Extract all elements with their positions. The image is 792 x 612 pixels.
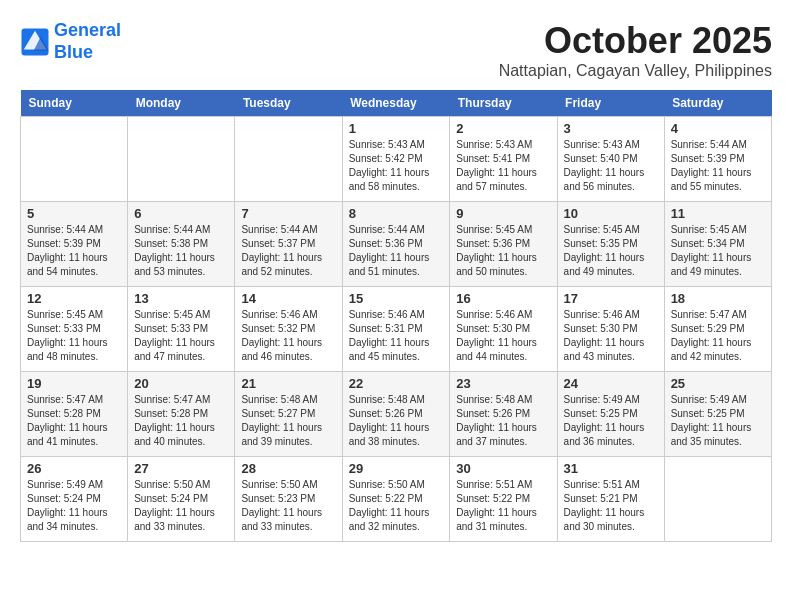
calendar-cell: 27 Sunrise: 5:50 AMSunset: 5:24 PMDaylig… <box>128 457 235 542</box>
calendar-cell: 25 Sunrise: 5:49 AMSunset: 5:25 PMDaylig… <box>664 372 771 457</box>
day-detail: Sunrise: 5:44 AMSunset: 5:36 PMDaylight:… <box>349 223 444 279</box>
calendar-cell: 7 Sunrise: 5:44 AMSunset: 5:37 PMDayligh… <box>235 202 342 287</box>
day-detail: Sunrise: 5:50 AMSunset: 5:22 PMDaylight:… <box>349 478 444 534</box>
day-number: 12 <box>27 291 121 306</box>
weekday-header-row: SundayMondayTuesdayWednesdayThursdayFrid… <box>21 90 772 117</box>
title-section: October 2025 Nattapian, Cagayan Valley, … <box>499 20 772 80</box>
weekday-header-saturday: Saturday <box>664 90 771 117</box>
calendar-cell: 17 Sunrise: 5:46 AMSunset: 5:30 PMDaylig… <box>557 287 664 372</box>
day-number: 23 <box>456 376 550 391</box>
day-detail: Sunrise: 5:45 AMSunset: 5:34 PMDaylight:… <box>671 223 765 279</box>
day-number: 1 <box>349 121 444 136</box>
calendar-cell <box>128 117 235 202</box>
page-header: General Blue October 2025 Nattapian, Cag… <box>20 20 772 80</box>
day-detail: Sunrise: 5:43 AMSunset: 5:42 PMDaylight:… <box>349 138 444 194</box>
day-detail: Sunrise: 5:44 AMSunset: 5:39 PMDaylight:… <box>671 138 765 194</box>
calendar-cell: 29 Sunrise: 5:50 AMSunset: 5:22 PMDaylig… <box>342 457 450 542</box>
calendar-cell: 14 Sunrise: 5:46 AMSunset: 5:32 PMDaylig… <box>235 287 342 372</box>
weekday-header-sunday: Sunday <box>21 90 128 117</box>
calendar-table: SundayMondayTuesdayWednesdayThursdayFrid… <box>20 90 772 542</box>
calendar-cell: 6 Sunrise: 5:44 AMSunset: 5:38 PMDayligh… <box>128 202 235 287</box>
day-detail: Sunrise: 5:43 AMSunset: 5:40 PMDaylight:… <box>564 138 658 194</box>
day-number: 20 <box>134 376 228 391</box>
calendar-cell: 22 Sunrise: 5:48 AMSunset: 5:26 PMDaylig… <box>342 372 450 457</box>
day-number: 31 <box>564 461 658 476</box>
day-detail: Sunrise: 5:51 AMSunset: 5:21 PMDaylight:… <box>564 478 658 534</box>
day-number: 14 <box>241 291 335 306</box>
day-number: 13 <box>134 291 228 306</box>
day-number: 2 <box>456 121 550 136</box>
weekday-header-monday: Monday <box>128 90 235 117</box>
day-detail: Sunrise: 5:46 AMSunset: 5:30 PMDaylight:… <box>564 308 658 364</box>
calendar-cell: 3 Sunrise: 5:43 AMSunset: 5:40 PMDayligh… <box>557 117 664 202</box>
calendar-cell: 26 Sunrise: 5:49 AMSunset: 5:24 PMDaylig… <box>21 457 128 542</box>
day-number: 26 <box>27 461 121 476</box>
calendar-cell: 4 Sunrise: 5:44 AMSunset: 5:39 PMDayligh… <box>664 117 771 202</box>
logo-blue: Blue <box>54 42 93 62</box>
day-detail: Sunrise: 5:47 AMSunset: 5:29 PMDaylight:… <box>671 308 765 364</box>
day-number: 9 <box>456 206 550 221</box>
calendar-cell: 5 Sunrise: 5:44 AMSunset: 5:39 PMDayligh… <box>21 202 128 287</box>
day-detail: Sunrise: 5:48 AMSunset: 5:27 PMDaylight:… <box>241 393 335 449</box>
day-detail: Sunrise: 5:48 AMSunset: 5:26 PMDaylight:… <box>349 393 444 449</box>
day-detail: Sunrise: 5:44 AMSunset: 5:39 PMDaylight:… <box>27 223 121 279</box>
day-detail: Sunrise: 5:46 AMSunset: 5:31 PMDaylight:… <box>349 308 444 364</box>
day-detail: Sunrise: 5:46 AMSunset: 5:30 PMDaylight:… <box>456 308 550 364</box>
day-detail: Sunrise: 5:47 AMSunset: 5:28 PMDaylight:… <box>27 393 121 449</box>
day-number: 30 <box>456 461 550 476</box>
weekday-header-thursday: Thursday <box>450 90 557 117</box>
day-number: 7 <box>241 206 335 221</box>
day-detail: Sunrise: 5:47 AMSunset: 5:28 PMDaylight:… <box>134 393 228 449</box>
calendar-cell: 13 Sunrise: 5:45 AMSunset: 5:33 PMDaylig… <box>128 287 235 372</box>
day-number: 24 <box>564 376 658 391</box>
calendar-cell: 16 Sunrise: 5:46 AMSunset: 5:30 PMDaylig… <box>450 287 557 372</box>
calendar-cell: 2 Sunrise: 5:43 AMSunset: 5:41 PMDayligh… <box>450 117 557 202</box>
weekday-header-friday: Friday <box>557 90 664 117</box>
day-detail: Sunrise: 5:43 AMSunset: 5:41 PMDaylight:… <box>456 138 550 194</box>
calendar-week-3: 12 Sunrise: 5:45 AMSunset: 5:33 PMDaylig… <box>21 287 772 372</box>
day-detail: Sunrise: 5:45 AMSunset: 5:35 PMDaylight:… <box>564 223 658 279</box>
location: Nattapian, Cagayan Valley, Philippines <box>499 62 772 80</box>
weekday-header-tuesday: Tuesday <box>235 90 342 117</box>
day-detail: Sunrise: 5:49 AMSunset: 5:25 PMDaylight:… <box>564 393 658 449</box>
day-number: 18 <box>671 291 765 306</box>
calendar-week-5: 26 Sunrise: 5:49 AMSunset: 5:24 PMDaylig… <box>21 457 772 542</box>
day-detail: Sunrise: 5:50 AMSunset: 5:24 PMDaylight:… <box>134 478 228 534</box>
day-detail: Sunrise: 5:45 AMSunset: 5:33 PMDaylight:… <box>134 308 228 364</box>
day-detail: Sunrise: 5:48 AMSunset: 5:26 PMDaylight:… <box>456 393 550 449</box>
day-detail: Sunrise: 5:46 AMSunset: 5:32 PMDaylight:… <box>241 308 335 364</box>
day-number: 19 <box>27 376 121 391</box>
day-number: 8 <box>349 206 444 221</box>
day-number: 28 <box>241 461 335 476</box>
calendar-week-2: 5 Sunrise: 5:44 AMSunset: 5:39 PMDayligh… <box>21 202 772 287</box>
logo-general: General <box>54 20 121 40</box>
day-detail: Sunrise: 5:50 AMSunset: 5:23 PMDaylight:… <box>241 478 335 534</box>
day-number: 22 <box>349 376 444 391</box>
weekday-header-wednesday: Wednesday <box>342 90 450 117</box>
calendar-cell: 21 Sunrise: 5:48 AMSunset: 5:27 PMDaylig… <box>235 372 342 457</box>
day-detail: Sunrise: 5:51 AMSunset: 5:22 PMDaylight:… <box>456 478 550 534</box>
day-number: 6 <box>134 206 228 221</box>
calendar-cell: 30 Sunrise: 5:51 AMSunset: 5:22 PMDaylig… <box>450 457 557 542</box>
day-detail: Sunrise: 5:49 AMSunset: 5:25 PMDaylight:… <box>671 393 765 449</box>
calendar-cell: 12 Sunrise: 5:45 AMSunset: 5:33 PMDaylig… <box>21 287 128 372</box>
calendar-week-1: 1 Sunrise: 5:43 AMSunset: 5:42 PMDayligh… <box>21 117 772 202</box>
day-number: 5 <box>27 206 121 221</box>
calendar-cell: 1 Sunrise: 5:43 AMSunset: 5:42 PMDayligh… <box>342 117 450 202</box>
day-detail: Sunrise: 5:45 AMSunset: 5:33 PMDaylight:… <box>27 308 121 364</box>
day-number: 21 <box>241 376 335 391</box>
day-number: 16 <box>456 291 550 306</box>
calendar-cell <box>664 457 771 542</box>
month-title: October 2025 <box>499 20 772 62</box>
calendar-cell: 19 Sunrise: 5:47 AMSunset: 5:28 PMDaylig… <box>21 372 128 457</box>
calendar-week-4: 19 Sunrise: 5:47 AMSunset: 5:28 PMDaylig… <box>21 372 772 457</box>
calendar-cell: 18 Sunrise: 5:47 AMSunset: 5:29 PMDaylig… <box>664 287 771 372</box>
logo-icon <box>20 27 50 57</box>
logo: General Blue <box>20 20 121 63</box>
day-detail: Sunrise: 5:44 AMSunset: 5:38 PMDaylight:… <box>134 223 228 279</box>
day-number: 10 <box>564 206 658 221</box>
day-number: 29 <box>349 461 444 476</box>
calendar-cell: 10 Sunrise: 5:45 AMSunset: 5:35 PMDaylig… <box>557 202 664 287</box>
calendar-cell: 23 Sunrise: 5:48 AMSunset: 5:26 PMDaylig… <box>450 372 557 457</box>
calendar-cell <box>21 117 128 202</box>
